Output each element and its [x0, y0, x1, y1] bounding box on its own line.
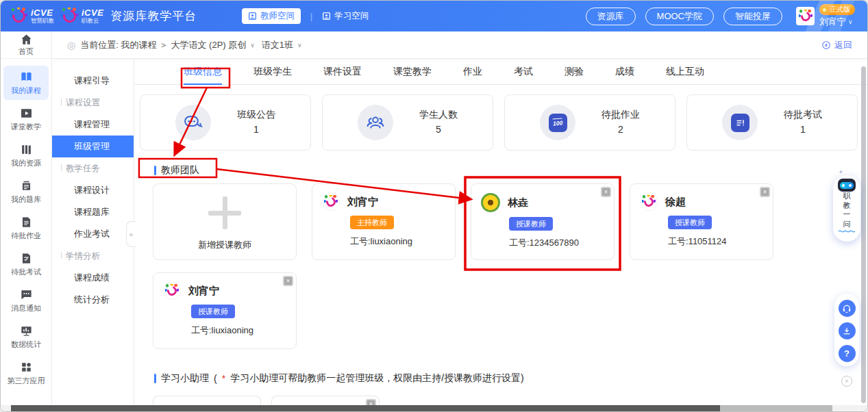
tab-online-interaction[interactable]: 线上互动 [666, 59, 704, 84]
class-tabs: 班级信息 班级学生 课件设置 课堂教学 作业 考试 测验 成绩 线上互动 [134, 59, 867, 85]
section-bar-icon [154, 166, 156, 175]
mooc-college-button[interactable]: MOOC学院 [645, 8, 714, 25]
teacher-card: × 徐超 授课教师 工号:11051124 [630, 183, 773, 260]
user-avatar[interactable] [796, 7, 815, 25]
sidebar-item-notifications[interactable]: 消息通知 [3, 283, 49, 318]
robot-label-char: 职 [843, 192, 851, 201]
stat-card-pending-homework[interactable]: 100 待批作业 2 [504, 94, 675, 151]
submenu-homework-exam[interactable]: 作业考试 [52, 223, 134, 245]
add-teacher-card[interactable]: 新增授课教师 [153, 183, 297, 260]
stat-card-announcements[interactable]: 班级公告 1 [140, 94, 311, 151]
assistant-robot-widget[interactable]: ✦ 职 教 一 问 [833, 175, 860, 242]
close-icon[interactable]: × [601, 187, 611, 197]
teacher-id: 工号:liuxiaoning [191, 324, 286, 337]
tab-class-info[interactable]: 班级信息 [184, 59, 222, 84]
stat-label: 待批作业 [602, 107, 640, 123]
teacher-space-icon [248, 12, 257, 21]
username-menu[interactable]: 刘宵宁 ∨ [819, 16, 853, 28]
close-icon[interactable]: × [283, 276, 293, 286]
tab-class-students[interactable]: 班级学生 [253, 59, 292, 84]
tab-quiz[interactable]: 测验 [565, 59, 584, 84]
back-arrow-icon [821, 40, 831, 50]
download-button[interactable] [839, 322, 856, 339]
sidebar-item-third-party-apps[interactable]: 第三方应用 [3, 356, 49, 390]
sidebar-item-label: 消息通知 [11, 303, 41, 313]
breadcrumb-class-dropdown[interactable]: 语文1班 [262, 39, 293, 51]
sidebar-item-label: 我的题库 [11, 194, 41, 205]
tab-exam[interactable]: 考试 [514, 59, 533, 84]
teacher-id: 工号:liuxiaoning [350, 235, 445, 248]
stat-label: 待批考试 [784, 107, 822, 123]
sidebar-item-classroom-teaching[interactable]: 课堂教学 [3, 102, 49, 136]
chevron-down-icon[interactable]: ∨ [297, 42, 302, 49]
icve-zhihui-logo: iCVE 智慧职教 [10, 8, 54, 25]
submenu-course-guide[interactable]: 课程引导 [52, 70, 134, 92]
robot-label-char: 一 [843, 210, 851, 220]
apps-grid-icon [20, 361, 33, 374]
avatar-swirl-icon [324, 195, 338, 209]
nav-teacher-space[interactable]: 教师空间 [242, 8, 301, 24]
chevron-down-icon[interactable]: ∨ [250, 42, 255, 49]
avatar-swirl-icon [165, 284, 179, 298]
sidebar-item-pending-exams[interactable]: 待批考试 [3, 247, 49, 281]
tab-classroom-teaching[interactable]: 课堂教学 [393, 59, 432, 84]
teacher-id: 工号:1234567890 [509, 237, 604, 249]
submenu-course-design[interactable]: 课程设计 [52, 179, 134, 201]
location-pin-icon: ◎ [67, 40, 75, 51]
students-icon [358, 105, 393, 140]
sidebar-item-label: 第三方应用 [8, 376, 45, 386]
sidebar-collapse-handle[interactable]: « [126, 221, 136, 247]
sidebar-item-home[interactable]: 首页 [1, 31, 51, 59]
vertical-scrollbar[interactable] [861, 66, 866, 403]
book-icon [20, 70, 33, 83]
stat-card-pending-exams[interactable]: 待批考试 1 [686, 94, 858, 151]
role-badge-teacher: 授课教师 [191, 305, 235, 318]
teacher-name: 刘宵宁 [347, 196, 378, 209]
submenu-course-bank[interactable]: 课程题库 [52, 201, 134, 223]
logo2-name: iCVE [82, 8, 103, 18]
plus-icon [208, 196, 241, 229]
breadcrumb-my-courses[interactable]: 我的课程 [121, 39, 156, 51]
primary-sidebar: 首页 我的课程 课堂教学 我的资源 我的题库 待批作业 [1, 31, 52, 411]
close-icon[interactable]: × [760, 187, 770, 197]
student-space-icon [322, 12, 331, 21]
version-badge: 正式版 [819, 4, 855, 15]
headset-icon [842, 304, 852, 313]
smart-cast-button[interactable]: 智能投屏 [723, 8, 782, 25]
stat-value: 5 [419, 123, 458, 138]
sidebar-item-label: 待批考试 [11, 267, 41, 277]
medal-icon [821, 7, 828, 13]
tab-grades[interactable]: 成绩 [615, 59, 634, 84]
pending-homework-icon: 100 [540, 105, 575, 140]
nav-student-space[interactable]: 学习空间 [322, 10, 369, 22]
app-window: iCVE 智慧职教 iCVE 职教云 资源库教学平台 教师空间 [0, 0, 868, 412]
logo2-sub: 职教云 [82, 18, 103, 24]
horizontal-scrollbar[interactable] [1, 405, 867, 411]
tab-homework[interactable]: 作业 [463, 59, 482, 84]
submenu-stat-analysis[interactable]: 统计分析 [52, 289, 134, 311]
sidebar-item-pending-homework[interactable]: 待批作业 [3, 211, 49, 245]
sidebar-item-my-courses[interactable]: 我的课程 [3, 66, 49, 100]
nav-student-label: 学习空间 [334, 10, 369, 22]
stat-card-students[interactable]: 学生人数 5 [322, 94, 493, 151]
sidebar-item-question-bank[interactable]: 我的题库 [3, 175, 49, 209]
teacher-card-highlighted: × 林垚 授课教师 工号:1234567890 [471, 183, 615, 260]
resource-library-button[interactable]: 资源库 [586, 8, 636, 25]
submenu-class-manage[interactable]: 班级管理 [52, 136, 134, 157]
collapse-widgets-button[interactable]: × [841, 376, 852, 387]
support-button[interactable] [839, 300, 856, 317]
back-button[interactable]: 返回 [821, 39, 852, 51]
submenu-course-manage[interactable]: 课程管理 [52, 114, 134, 136]
breadcrumb-course-dropdown[interactable]: 大学语文 (2P) 原创 [171, 39, 246, 51]
help-button[interactable]: ? [839, 345, 856, 362]
teacher-id: 工号:11051124 [668, 235, 763, 248]
role-badge-host: 主持教师 [350, 216, 394, 229]
icve-shell-icon [61, 8, 78, 25]
robot-label-char: 问 [843, 220, 851, 229]
tab-courseware-settings[interactable]: 课件设置 [323, 59, 362, 84]
avatar-swirl-icon [642, 195, 656, 209]
breadcrumb-prefix: 当前位置: [80, 39, 119, 51]
submenu-course-grades[interactable]: 课程成绩 [52, 267, 134, 289]
sidebar-item-statistics[interactable]: 数据统计 [3, 320, 49, 354]
sidebar-item-my-resources[interactable]: 我的资源 [3, 138, 49, 172]
